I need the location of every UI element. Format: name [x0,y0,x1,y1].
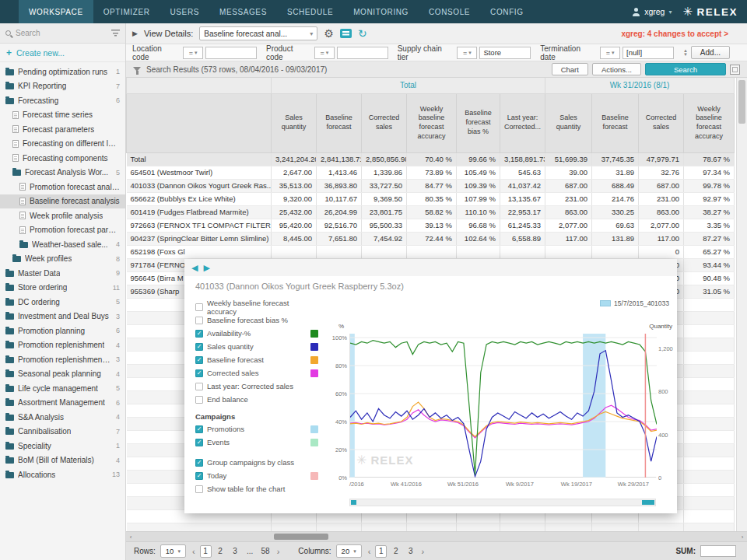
column-header-sales-quantity[interactable]: Sales quantity [545,93,592,152]
filter-value-input[interactable] [337,47,388,59]
scroll-left-icon[interactable]: ‹ [126,532,135,541]
unchecked-checkbox[interactable] [195,317,203,324]
sidebar-item-week-profile-analysis[interactable]: Week profile analysis [0,208,125,223]
unchecked-checkbox[interactable] [195,396,203,404]
column-header-baseline-forecast-bias[interactable]: Baseline forecast bias % [457,93,500,152]
column-header-corrected-sales[interactable]: Corrected sales [362,93,407,152]
horizontal-scrollbar-thumb[interactable] [274,534,328,540]
filter-operator-select[interactable]: =▾ [314,47,335,59]
toggle-promotions[interactable]: ✓Promotions [195,422,329,436]
column-header-sales-quantity[interactable]: Sales quantity [272,93,317,152]
page-button-2[interactable]: 2 [390,545,402,558]
nav-item-optimizer[interactable]: OPTIMIZER [93,0,160,23]
toggle-last-year-corrected-sales[interactable]: Last year: Corrected sales [195,380,329,393]
sidebar-item-seasonal-peak-planning[interactable]: Seasonal peak planning4 [0,367,125,382]
sidebar-item-forecast-time-series[interactable]: Forecast time series [0,108,125,123]
page-button-58[interactable]: 58 [259,545,272,558]
sidebar-item-investment-and-deal-buys[interactable]: Investment and Deal Buys3 [0,310,125,324]
actions-button[interactable]: Actions... [592,63,641,75]
table-row[interactable]: 601419 (Fudges Flatbread Marmite)25,432.… [127,205,735,219]
user-menu[interactable]: xgreg ▾ [632,7,672,16]
next-item-icon[interactable]: ▶ [203,263,209,273]
group-header-wk-31-2016-8-1[interactable]: Wk 31/2016 (8/1) [545,78,735,93]
filter-value-input[interactable] [205,47,257,59]
vertical-scrollbar-thumb[interactable] [738,80,745,124]
checked-checkbox[interactable]: ✓ [195,356,203,364]
horizontal-scrollbar[interactable]: ‹ › [126,531,747,541]
previous-item-icon[interactable]: ◀ [191,263,198,273]
toggle-baseline-forecast[interactable]: ✓Baseline forecast [195,353,329,366]
sidebar-item-dc-ordering[interactable]: DC ordering5 [0,295,125,310]
sidebar-item-promotion-replenishment[interactable]: Promotion replenishment ...3 [0,352,125,367]
chart-button[interactable]: Chart [552,63,588,75]
sidebar-item-promotion-forecast-analysis[interactable]: Promotion forecast analysis [0,180,125,194]
table-row[interactable]: 401033 (Dannon Oikos Yogurt Greek Ras...… [127,179,735,192]
sidebar-item-master-data[interactable]: Master Data9 [0,266,125,281]
table-row[interactable]: 656622 (Bubblys Ex Lice White)9,320.0010… [127,192,735,205]
sidebar-item-allocations[interactable]: Allocations13 [0,467,125,482]
filter-operator-select[interactable]: =▾ [183,47,203,59]
sidebar-item-promotion-planning[interactable]: Promotion planning6 [0,324,125,338]
toggle-events[interactable]: ✓Events [195,436,329,449]
search-input[interactable]: Search [16,29,107,37]
unchecked-checkbox[interactable] [195,383,203,390]
column-header-weekly-baseline-forecast-accuracy[interactable]: Weekly baseline forecast accuracy [684,93,735,152]
column-header-baseline-forecast[interactable]: Baseline forecast [592,93,639,152]
nav-item-config[interactable]: CONFIG [480,0,534,23]
sum-value-box[interactable] [700,545,736,557]
search-button[interactable]: Search [645,63,726,75]
sidebar-item-store-ordering[interactable]: Store ordering11 [0,281,125,296]
fullscreen-icon[interactable] [730,65,740,75]
page-button-1[interactable]: 1 [200,545,212,558]
checked-checkbox[interactable]: ✓ [195,425,203,433]
filter-icon[interactable] [111,30,120,37]
next-page-icon[interactable]: › [275,547,282,556]
chart-scrollbar-thumb[interactable] [642,500,654,505]
prev-page-icon[interactable]: ‹ [366,547,373,556]
filter-operator-select[interactable]: =▾ [600,47,620,59]
page-ellipsis[interactable]: ... [244,545,256,558]
toggle-corrected-sales[interactable]: ✓Corrected sales [195,366,329,380]
checked-checkbox[interactable]: ✓ [195,439,203,446]
step-down-icon[interactable]: ▼ [683,53,688,57]
sidebar-item-kpi-reporting[interactable]: KPI Reporting7 [0,79,125,94]
filter-operator-select[interactable]: =▾ [457,47,477,59]
table-row[interactable]: 654501 (Westmoor Twirl)2,647.001,413.461… [127,166,735,179]
toggle-availability[interactable]: ✓Availability-% [195,327,329,340]
sidebar-item-promotion-forecast-parameters[interactable]: Promotion forecast parameters [0,223,125,238]
table-row[interactable]: 652198 (Foxs Gl065.27 % [127,245,735,258]
view-selector[interactable]: Baseline forecast anal... ▾ [199,26,317,40]
checked-checkbox[interactable]: ✓ [195,369,203,377]
unchecked-checkbox[interactable] [195,485,203,493]
checked-checkbox[interactable]: ✓ [195,330,203,338]
unchecked-checkbox[interactable] [195,303,203,311]
checked-checkbox[interactable]: ✓ [195,459,203,467]
column-header-weekly-baseline-forecast-accuracy[interactable]: Weekly baseline forecast accuracy [407,93,457,152]
next-page-icon[interactable]: › [419,547,426,556]
sidebar-item-forecasting-components[interactable]: Forecasting components [0,151,125,166]
nav-item-schedule[interactable]: SCHEDULE [277,0,343,23]
table-row[interactable]: 904237 (SpringClear Bitter Lemn Slimline… [127,232,735,245]
pending-changes-link[interactable]: xgreg: 4 changes to accept > [621,30,741,38]
toggle-show-table-for-the-chart[interactable]: Show table for the chart [195,482,329,495]
toggle-sales-quantity[interactable]: ✓Sales quantity [195,340,329,353]
sidebar-item-s-a-analysis[interactable]: S&A Analysis4 [0,410,125,425]
prev-page-icon[interactable]: ‹ [191,547,197,556]
vertical-scrollbar[interactable] [736,78,747,531]
sidebar-item-speciality[interactable]: Speciality1 [0,439,125,453]
scroll-right-icon[interactable]: › [738,532,747,541]
column-header-last-year-corrected[interactable]: Last year: Corrected... [500,93,545,152]
group-header-total[interactable]: Total [272,78,545,93]
column-header-baseline-forecast[interactable]: Baseline forecast [317,93,362,152]
table-row[interactable]: 972663 (FERNOX TF1 COMPACT FILTER ...95,… [127,219,735,232]
gear-icon[interactable]: ⚙ [324,28,334,39]
sidebar-item-forecast-analysis-wor[interactable]: Forecast Analysis Wor...5 [0,166,125,180]
checked-checkbox[interactable]: ✓ [195,472,203,480]
nav-item-monitoring[interactable]: MONITORING [343,0,419,23]
chart-scrollbar[interactable] [349,499,656,506]
page-button-3[interactable]: 3 [405,545,416,558]
sidebar-item-bom-bill-of-materials[interactable]: BoM (Bill of Materials)4 [0,453,125,468]
nav-item-workspace[interactable]: WORKSPACE [19,0,93,23]
filter-value-input[interactable]: [null] [622,47,674,59]
filter-value-input[interactable]: Store [479,47,531,59]
